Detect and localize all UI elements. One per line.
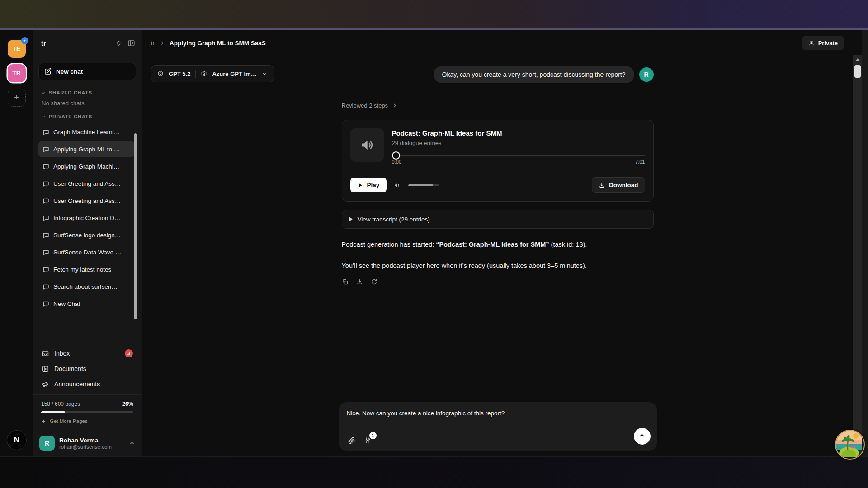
- copy-icon[interactable]: [342, 278, 349, 285]
- screen: TE TR + N tr: [0, 0, 868, 488]
- chat-column: Okay, can you create a very short, podca…: [342, 56, 654, 285]
- model-primary-label: GPT 5.2: [169, 70, 190, 77]
- sidebar-item-announcements[interactable]: Announcements: [38, 376, 136, 392]
- reviewed-steps-toggle[interactable]: Reviewed 2 steps: [342, 102, 654, 109]
- scrollbar-thumb[interactable]: [854, 65, 861, 78]
- user-message-avatar: R: [639, 67, 654, 82]
- connectors-count-badge: 1: [369, 432, 377, 439]
- workspace-tr[interactable]: TR: [8, 64, 26, 82]
- private-chats-section-toggle[interactable]: PRIVATE CHATS: [33, 108, 142, 121]
- chat-list-item[interactable]: Applying Graph Machi…: [38, 158, 134, 174]
- attach-file-icon[interactable]: [348, 436, 355, 444]
- download-icon[interactable]: [356, 278, 363, 285]
- podcast-title: Podcast: Graph-ML Ideas for SMM: [392, 129, 645, 137]
- play-button[interactable]: Play: [350, 178, 387, 192]
- sidebar-header: tr: [33, 30, 142, 56]
- message-composer[interactable]: Nice. Now can you create a nice infograp…: [339, 402, 657, 451]
- usage-progress-fill: [41, 411, 65, 413]
- chat-list-item[interactable]: Applying Graph ML to …: [38, 141, 134, 157]
- sidebar: tr New chat SHARED CHATS No shared chats: [33, 30, 142, 456]
- composer-draft-text[interactable]: Nice. Now can you create a nice infograp…: [347, 410, 649, 417]
- people-badge-icon: [21, 37, 28, 44]
- chat-scroll-area: Okay, can you create a very short, podca…: [142, 56, 853, 456]
- chat-bubble-icon: [42, 249, 49, 256]
- main-header: tr Applying Graph ML to SMM SaaS Private: [142, 30, 853, 56]
- compose-icon: [44, 68, 52, 75]
- window-edge: [862, 30, 868, 456]
- no-shared-chats-text: No shared chats: [33, 97, 142, 108]
- n-app-logo[interactable]: N: [7, 430, 27, 450]
- page-scrollbar: [853, 30, 862, 456]
- shared-chats-section-toggle[interactable]: SHARED CHATS: [33, 84, 142, 97]
- breadcrumb-workspace[interactable]: tr: [151, 40, 155, 47]
- download-button[interactable]: Download: [592, 177, 645, 193]
- megaphone-icon: [42, 380, 49, 388]
- chat-list-item[interactable]: New Chat: [38, 296, 134, 312]
- workspace-name: tr: [41, 39, 110, 47]
- usage-progress-track: [41, 411, 133, 413]
- chat-bubble-icon: [42, 146, 49, 153]
- send-button[interactable]: [634, 428, 651, 445]
- chat-bubble-icon: [42, 283, 49, 290]
- podcast-player-card: Podcast: Graph-ML Ideas for SMM 29 dialo…: [342, 120, 654, 202]
- model-icon: [201, 70, 207, 77]
- workspace-switcher-icon[interactable]: [115, 40, 122, 47]
- podcast-artwork-tile: [350, 128, 384, 162]
- chat-list-item[interactable]: Infographic Creation D…: [38, 210, 134, 226]
- pages-used-text: 158 / 600 pages: [41, 401, 80, 407]
- seek-slider-thumb[interactable]: [392, 151, 400, 160]
- island-sticker-icon[interactable]: [835, 430, 865, 460]
- chat-list-item[interactable]: Graph Machine Learni…: [38, 124, 134, 140]
- chat-bubble-icon: [42, 163, 49, 170]
- desktop-top-band: [0, 0, 868, 30]
- volume-icon[interactable]: [393, 181, 401, 189]
- plus-icon: +: [14, 93, 19, 103]
- new-chat-button[interactable]: New chat: [38, 63, 136, 80]
- triangle-right-icon: [349, 217, 353, 221]
- chat-list-item[interactable]: User Greeting and Ass…: [38, 192, 134, 209]
- scrollbar-track[interactable]: [853, 55, 862, 456]
- breadcrumb-chat-title: Applying Graph ML to SMM SaaS: [170, 40, 266, 47]
- connectors-icon[interactable]: 1: [364, 436, 372, 444]
- chat-bubble-icon: [42, 266, 49, 273]
- podcast-total-time: 7:01: [635, 159, 645, 164]
- workspace-tr-label: TR: [12, 70, 21, 77]
- chevron-right-icon: [159, 40, 165, 46]
- podcast-seek-slider[interactable]: [392, 151, 645, 159]
- volume-slider[interactable]: [408, 184, 439, 186]
- collapse-sidebar-icon[interactable]: [127, 39, 135, 47]
- user-menu[interactable]: R Rohan Verma rohan@surfsense.com: [33, 431, 142, 456]
- chat-bubble-icon: [42, 232, 49, 239]
- chat-bubble-icon: [42, 180, 49, 187]
- model-selector[interactable]: GPT 5.2 Azure GPT Im…: [151, 65, 274, 82]
- get-more-pages-button[interactable]: Get More Pages: [41, 418, 133, 424]
- chat-bubble-icon: [42, 300, 49, 307]
- view-transcript-toggle[interactable]: View transcript (29 entries): [342, 210, 654, 229]
- visibility-private-button[interactable]: Private: [802, 36, 844, 50]
- workspace-te[interactable]: TE: [8, 40, 26, 58]
- chat-bubble-icon: [42, 197, 49, 204]
- chat-list-item[interactable]: Search about surfsen…: [38, 278, 134, 295]
- message-actions: [342, 278, 654, 285]
- chat-list-item[interactable]: SurfSense Data Wave …: [38, 244, 134, 260]
- chat-list-item[interactable]: SurfSense logo design…: [38, 227, 134, 243]
- chat-bubble-icon: [42, 129, 49, 136]
- main-panel: tr Applying Graph ML to SMM SaaS Private…: [142, 30, 853, 456]
- podcast-subtitle: 29 dialogue entries: [392, 140, 645, 146]
- private-chat-list: Graph Machine Learni… Applying Graph ML …: [33, 121, 142, 313]
- regenerate-icon[interactable]: [371, 278, 377, 285]
- chat-list-item[interactable]: Fetch my latest notes: [38, 261, 134, 277]
- chevron-down-icon: [262, 71, 268, 77]
- scroll-up-arrow-icon[interactable]: [855, 58, 860, 61]
- documents-icon: [42, 365, 49, 373]
- app-window: TE TR + N tr: [0, 30, 868, 456]
- chat-list-item[interactable]: User Greeting and Ass…: [38, 175, 134, 192]
- sidebar-scrollbar-thumb[interactable]: [134, 133, 137, 319]
- sidebar-item-documents[interactable]: Documents: [38, 361, 136, 376]
- workspace-te-label: TE: [13, 45, 21, 52]
- assistant-message-1: Podcast generation has started: “Podcast…: [342, 240, 654, 250]
- add-workspace-button[interactable]: +: [8, 89, 26, 107]
- sidebar-item-inbox[interactable]: Inbox 3: [38, 346, 136, 361]
- inbox-icon: [42, 350, 49, 357]
- model-secondary-label: Azure GPT Im…: [212, 70, 256, 77]
